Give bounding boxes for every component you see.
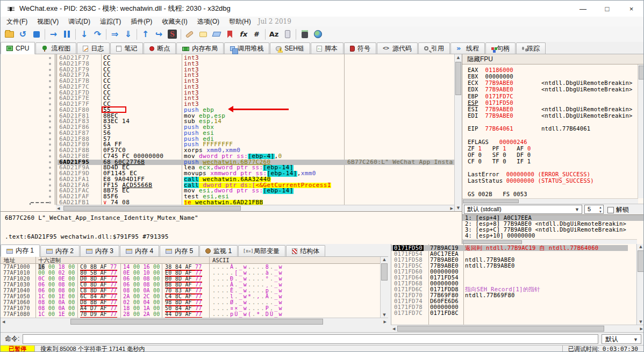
register-line[interactable] [462,184,638,191]
menu-item[interactable]: 调试(D) [63,17,95,26]
tab-结构体[interactable]: 结构体 [286,245,325,256]
stack-row[interactable]: 0171FD7800000000 [391,304,628,310]
breakpoint-dot-icon[interactable] [49,149,51,152]
breakpoint-dot-icon[interactable] [49,120,51,123]
tab-线程[interactable]: 线程 [450,42,485,54]
breakpoint-dot-icon[interactable] [49,103,51,105]
tab-内存 3[interactable]: 内存 3 [80,245,119,256]
register-line[interactable]: EAX 01186000 [462,67,638,73]
register-line[interactable] [462,164,638,171]
run-to-user-code-icon[interactable]: ↪ [152,27,166,41]
registers-hscrollbar[interactable] [462,198,638,204]
arguments-pane[interactable]: 1: [esp+4] A0C17EEA2: [esp+8] 77B9ABE0 <… [462,214,644,244]
run-until-icon[interactable]: ↑ [139,27,152,41]
bookmark-icon[interactable] [223,27,237,41]
menu-item[interactable]: 视图(V) [32,17,63,26]
menu-item[interactable]: 文件(F) [2,17,32,26]
breakpoint-dot-icon[interactable] [49,80,51,82]
menu-item[interactable]: 收藏夹(I) [157,17,192,26]
step-into-icon[interactable]: ↓ [77,27,91,41]
breakpoint-dot-icon[interactable] [49,132,51,134]
tab-SEH链[interactable]: SEH链 [270,42,310,54]
memory-row[interactable]: 77AF106008 00 0A 00D8 8B AF 7702 00 04 0… [1,299,388,305]
tab-内存 2[interactable]: 内存 2 [40,245,80,256]
patch-icon[interactable] [183,27,196,41]
spinner-arrows-icon[interactable]: ▲▼ [599,205,602,214]
arguments-hscrollbar[interactable] [462,239,637,244]
tab-内存 1[interactable]: 内存 1 [1,245,40,257]
menu-item[interactable]: 帮助(H) [224,17,256,26]
breakpoint-dot-icon[interactable] [49,126,51,128]
disassembly-pane[interactable]: 6AD21F77CCint36AD21F78CCint36AD21F79CCin… [1,54,454,205]
stack-row[interactable]: 0171FD7077B69F80ntdll.77B69F80 [391,292,628,298]
breakpoint-dot-icon[interactable] [49,138,51,140]
memory-hscrollbar[interactable]: ◀ ▶ [1,318,388,325]
tab-监视 1[interactable]: 监视 1 [199,245,238,256]
step-out-icon[interactable]: ⇓ [121,27,135,41]
calling-convention-select[interactable]: 默认 (stdcall)▼ [464,205,582,214]
register-line[interactable]: CF 0 TF 0 IF 1 [462,158,638,164]
tab-引用[interactable]: 引用 [418,42,450,54]
stack-row[interactable]: 0171FD5C77B9ABE0ntdll.77B9ABE0 [391,263,628,269]
hide-fpu-button[interactable]: 隐藏FPU [462,54,644,64]
breakpoint-dot-icon[interactable] [49,92,51,94]
scylla-icon[interactable]: S [166,27,179,41]
disasm-hscroll-thumb[interactable] [63,206,241,211]
internet-icon[interactable] [311,27,325,41]
tab-内存 4[interactable]: 内存 4 [120,245,159,256]
breakpoint-dot-icon[interactable] [49,115,51,117]
restart-icon[interactable]: ↺ [16,27,30,41]
unlock-checkbox[interactable] [607,207,614,213]
pause-icon[interactable] [60,27,74,41]
disasm-row[interactable]: 6AD21FB1∨ 74 08je wechatwin.6AD21FBB [1,200,454,205]
maximize-button[interactable]: □ [595,1,619,17]
close-button[interactable]: × [619,1,643,17]
command-script-select[interactable]: 默认▼ [602,334,641,344]
breakpoint-dot-icon[interactable] [49,184,51,186]
stack-vscrollbar[interactable]: ▲ ▼ [636,244,644,325]
hash-icon[interactable]: # [250,27,263,41]
memory-row[interactable]: 77AF107008 00 0A 00A4 D7 AF 7718 00 1A 0… [1,305,388,311]
breakpoint-dot-icon[interactable] [49,202,51,204]
register-line[interactable]: EIP 77B64061 ntdll.77B64061 [462,125,638,132]
tab-CPU[interactable]: CPU [1,42,35,54]
stack-row[interactable]: 0171FD5077B9AC19返回到 ntdll.77B9AC19 自 ntd… [391,245,628,251]
run-icon[interactable]: → [47,27,60,41]
tab-源代码[interactable]: 源代码 [377,42,418,54]
memory-row[interactable]: 77AF101000 00 02 0080 5B AF 770E 00 10 0… [1,270,388,276]
stack-row[interactable]: 0171FD6000000000 [391,269,628,275]
breakpoint-dot-icon[interactable] [49,173,51,175]
label-icon[interactable] [210,27,223,41]
register-line[interactable]: ESP 0171FD50 [462,99,638,106]
registers-vscrollbar[interactable] [638,64,644,198]
tab-断点[interactable]: 断点 [144,42,176,54]
arg-depth-stepper[interactable]: 5▲▼ [584,205,604,214]
breakpoint-dot-icon[interactable] [49,74,51,76]
tab-符号[interactable]: 符号 [344,42,376,54]
breakpoint-dot-icon[interactable] [49,167,51,169]
tab-句柄[interactable]: 句柄 [485,42,516,54]
register-line[interactable]: EDX 77B9ABE0 <ntdll.DbgUiRemoteBreakin> [462,86,638,92]
tab-调用堆栈[interactable]: 调用堆栈 [224,42,269,54]
breakpoint-dot-icon[interactable] [49,190,51,192]
memory-row[interactable]: 77AF10501C 00 1E 006C 84 AF 772A 00 2C 0… [1,293,388,299]
strings-icon[interactable]: Az [267,27,281,41]
function-icon[interactable]: fx [237,27,250,41]
tab-流程图[interactable]: 流程图 [35,42,76,54]
breakpoint-dot-icon[interactable] [49,86,51,88]
register-line[interactable] [462,132,638,138]
register-line[interactable]: EFLAGS 00000246 [462,139,638,145]
register-line[interactable]: EDI 77B9ABE0 <ntdll.DbgUiRemoteBreakin> [462,112,638,119]
register-line[interactable] [462,119,638,125]
register-line[interactable]: LastError 00000000 (ERROR_SUCCESS) [462,171,638,177]
menu-item[interactable]: 选项(O) [192,17,224,26]
breakpoint-dot-icon[interactable] [49,97,51,99]
disasm-vscroll-thumb[interactable] [455,62,461,95]
stack-row[interactable]: 0171FD7C0171FD8C [391,310,628,316]
memory-row[interactable]: 77AF103006 00 08 00C0 8D AF 7706 00 08 0… [1,282,388,288]
tab-日志[interactable]: 日志 [77,42,110,54]
register-line[interactable]: EBP 0171FD7C [462,93,638,99]
tab-跟踪[interactable]: 跟踪 [516,42,546,54]
memory-dump-pane[interactable]: 地址 十六进制 ASCII 77AF100016 00 18 00C0 8B A… [1,257,388,318]
comment-icon[interactable] [196,27,210,41]
